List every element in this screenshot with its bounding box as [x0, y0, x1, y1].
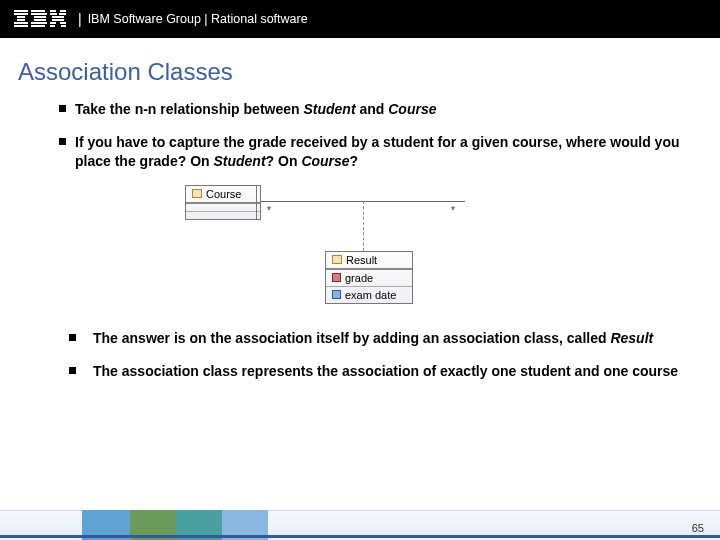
svg-rect-13	[60, 10, 66, 12]
header-group-text: IBM Software Group | Rational software	[88, 12, 308, 26]
association-class-link	[363, 201, 364, 251]
bullet-item: Take the n-n relationship between Studen…	[75, 100, 680, 119]
multiplicity-left: *	[267, 205, 271, 216]
bullet-item: The association class represents the ass…	[75, 362, 680, 381]
svg-rect-8	[34, 16, 46, 18]
svg-rect-12	[50, 10, 56, 12]
svg-rect-20	[60, 22, 66, 24]
svg-rect-17	[58, 16, 64, 18]
attribute-icon	[332, 290, 341, 299]
uml-class-course: Course	[185, 185, 257, 220]
bullet-item: If you have to capture the grade receive…	[75, 133, 680, 171]
svg-rect-19	[50, 22, 56, 24]
slide-content: Take the n-n relationship between Studen…	[0, 100, 720, 380]
svg-rect-6	[31, 10, 45, 12]
bottom-bullet-list: The answer is on the association itself …	[75, 329, 680, 381]
svg-rect-7	[31, 13, 47, 15]
svg-rect-4	[14, 22, 28, 24]
svg-rect-18	[52, 19, 64, 21]
svg-rect-1	[14, 13, 28, 15]
class-icon	[332, 255, 342, 264]
svg-rect-3	[17, 19, 25, 21]
svg-rect-16	[52, 16, 58, 18]
svg-rect-2	[17, 16, 25, 18]
attribute-icon	[332, 273, 341, 282]
bullet-item: The answer is on the association itself …	[75, 329, 680, 348]
svg-rect-0	[14, 10, 28, 12]
svg-rect-22	[61, 25, 66, 27]
footer-stroke	[0, 535, 720, 538]
svg-rect-5	[14, 25, 28, 27]
uml-diagram: Student Course * * Result grade exam dat…	[185, 185, 680, 315]
header-divider: |	[78, 11, 82, 27]
slide-title: Association Classes	[0, 38, 720, 100]
ibm-logo	[14, 10, 66, 28]
slide-footer: 65	[0, 510, 720, 540]
svg-rect-10	[31, 22, 47, 24]
svg-rect-15	[59, 13, 66, 15]
svg-rect-21	[50, 25, 55, 27]
svg-rect-9	[34, 19, 46, 21]
svg-rect-11	[31, 25, 45, 27]
multiplicity-right: *	[451, 205, 455, 216]
page-number: 65	[692, 522, 704, 534]
svg-rect-14	[50, 13, 57, 15]
uml-class-result: Result grade exam date	[325, 251, 413, 304]
slide-header: | IBM Software Group | Rational software	[0, 0, 720, 38]
class-icon	[192, 189, 202, 198]
top-bullet-list: Take the n-n relationship between Studen…	[75, 100, 680, 171]
